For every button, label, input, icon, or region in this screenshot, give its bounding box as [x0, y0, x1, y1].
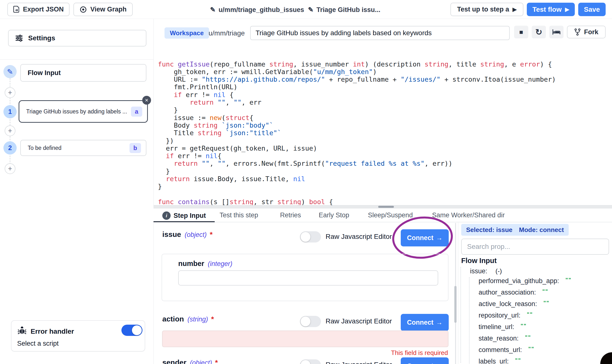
arrow-right-icon: → [436, 362, 443, 364]
add-step-button-3[interactable]: + [5, 163, 15, 174]
step-node-2[interactable]: To be defined b [20, 140, 146, 156]
code-line: if err != nil { [158, 91, 606, 99]
code-line: return "", "", err [158, 99, 606, 106]
code-line: } [158, 182, 606, 190]
view-graph-label: View Graph [90, 6, 126, 13]
number-input[interactable] [178, 270, 438, 286]
bug-icon [17, 326, 27, 336]
refresh-button[interactable]: ↻ [532, 26, 546, 38]
code-line: } [158, 106, 606, 114]
flow-title-breadcrumb[interactable]: ✎ Triage GitHub issu... [308, 6, 380, 14]
fork-icon [574, 28, 581, 36]
step-2-label: To be defined [28, 145, 129, 151]
raw-js-toggle-issue[interactable] [300, 231, 321, 243]
connect-button-issue[interactable]: Connect → [401, 229, 449, 247]
summary-input[interactable] [250, 26, 510, 40]
error-handler-select-script[interactable]: Select a script [17, 340, 59, 347]
selected-badge: Selected: issue [461, 224, 517, 236]
tree-item-state_reason[interactable]: state_reason:"" [479, 334, 531, 342]
error-handler-title: Error handler [31, 328, 74, 335]
info-icon: i [162, 211, 171, 220]
code-line: func getIssue(repo_fullname string, issu… [158, 60, 606, 68]
raw-js-editor-label: Raw Javascript Editor [326, 233, 392, 241]
step-1-number-badge: 1 [3, 105, 17, 118]
toggle-knob [132, 325, 142, 335]
export-json-button[interactable]: Export JSON [7, 3, 70, 16]
tree-item-repository_url[interactable]: repository_url:"" [479, 311, 533, 319]
stop-button[interactable]: ■ [514, 26, 528, 38]
add-step-button-1[interactable]: + [5, 87, 15, 98]
sleep-bed-icon [553, 29, 560, 35]
code-horizontal-scrollbar[interactable] [378, 206, 394, 208]
save-button[interactable]: Save [578, 3, 606, 16]
view-graph-button[interactable]: View Graph [73, 3, 133, 16]
export-json-label: Export JSON [23, 6, 64, 13]
field-label-action: action (string) * [162, 315, 214, 323]
error-handler-toggle[interactable] [121, 325, 142, 336]
code-line: issue := new(struct{ [158, 114, 606, 121]
tree-item-labels_url[interactable]: labels_url:"" [479, 357, 521, 364]
mode-badge: Mode: connect [514, 224, 569, 236]
code-editor[interactable]: func getIssue(repo_fullname string, issu… [158, 45, 606, 229]
eye-icon [80, 6, 87, 13]
code-line: URL := "https://api.github.com/repos/" +… [158, 76, 606, 83]
step-node-1[interactable]: Triage GitHub issues by adding labels ..… [19, 100, 148, 123]
connect-button-sender[interactable]: Connect → [401, 357, 449, 364]
test-up-to-step-label: Test up to step a [457, 6, 509, 13]
pencil-icon: ✎ [210, 6, 216, 14]
active-tab-underline [153, 221, 215, 222]
arrow-right-icon: → [436, 234, 443, 242]
code-line: }) [158, 137, 606, 144]
flow-input-pencil-badge[interactable]: ✎ [3, 65, 17, 78]
code-line: return "", "", errors.New(fmt.Sprintf("r… [158, 160, 606, 167]
connect-button-action[interactable]: Connect → [401, 314, 449, 331]
code-line: fmt.Println(URL) [158, 83, 606, 91]
refresh-icon: ↻ [535, 27, 542, 37]
tab-retries[interactable]: Retries [280, 211, 301, 219]
toggle-knob [301, 360, 310, 364]
add-step-button-2[interactable]: + [5, 125, 15, 136]
fork-button[interactable]: Fork [567, 26, 606, 38]
tree-item-active_lock_reason[interactable]: active_lock_reason:"" [479, 300, 550, 308]
step-1-id-badge: a [131, 107, 142, 117]
settings-button[interactable]: Settings [8, 30, 146, 46]
step-2-number-badge: 2 [3, 141, 17, 155]
tab-sleep-suspend[interactable]: Sleep/Suspend [368, 211, 413, 219]
code-line: return issue.Body, issue.Title, nil [158, 175, 606, 182]
raw-js-editor-label: Raw Javascript Editor [326, 361, 392, 364]
pencil-icon: ✎ [308, 6, 314, 14]
tab-test-this-step[interactable]: Test this step [220, 211, 258, 219]
export-icon [13, 6, 20, 13]
flow-input-node[interactable]: Flow Input [20, 64, 146, 82]
workspace-badge: Workspace [165, 27, 209, 39]
tree-item-timeline_url[interactable]: timeline_url:"" [479, 323, 527, 331]
panel-vertical-divider [458, 222, 458, 364]
script-path-text: u/mm/triage [209, 29, 245, 37]
save-label: Save [584, 6, 600, 13]
remove-step-button[interactable]: × [142, 96, 151, 105]
tree-item-performed_via_github_app[interactable]: performed_via_github_app:"" [479, 277, 572, 285]
settings-label: Settings [28, 34, 55, 42]
search-prop-input[interactable] [461, 239, 609, 255]
tree-item-author_association[interactable]: author_association:"" [479, 288, 548, 296]
step-tabs-bar: i Step Input Test this step Retries Earl… [153, 208, 612, 222]
tab-early-stop[interactable]: Early Stop [319, 211, 349, 219]
flow-path-breadcrumb[interactable]: ✎ u/mm/triage_github_issues [210, 6, 304, 14]
code-line: gh_token, err := wmill.GetVariable("u/mm… [158, 68, 606, 76]
form-scrollbar-handle[interactable] [454, 286, 457, 323]
tree-item-issue[interactable]: issue: (-) [470, 267, 502, 275]
close-icon: × [145, 97, 148, 104]
action-input-error[interactable] [162, 330, 448, 347]
tab-step-input[interactable]: i Step Input [162, 211, 206, 220]
sleep-button[interactable] [549, 26, 564, 38]
tab-same-worker-shared-dir[interactable]: Same Worker/Shared dir [432, 211, 505, 219]
raw-js-toggle-sender[interactable] [300, 359, 321, 364]
raw-js-editor-label: Raw Javascript Editor [326, 317, 392, 325]
raw-js-toggle-action[interactable] [300, 316, 321, 327]
test-flow-button[interactable]: Test flow ▶ [527, 3, 575, 16]
field-label-issue: issue (object) * [162, 230, 212, 239]
test-up-to-step-button[interactable]: Test up to step a ▶ [450, 3, 523, 16]
required-asterisk: * [211, 315, 214, 323]
tree-item-comments_url[interactable]: comments_url:"" [479, 346, 534, 354]
fork-label: Fork [584, 28, 598, 36]
